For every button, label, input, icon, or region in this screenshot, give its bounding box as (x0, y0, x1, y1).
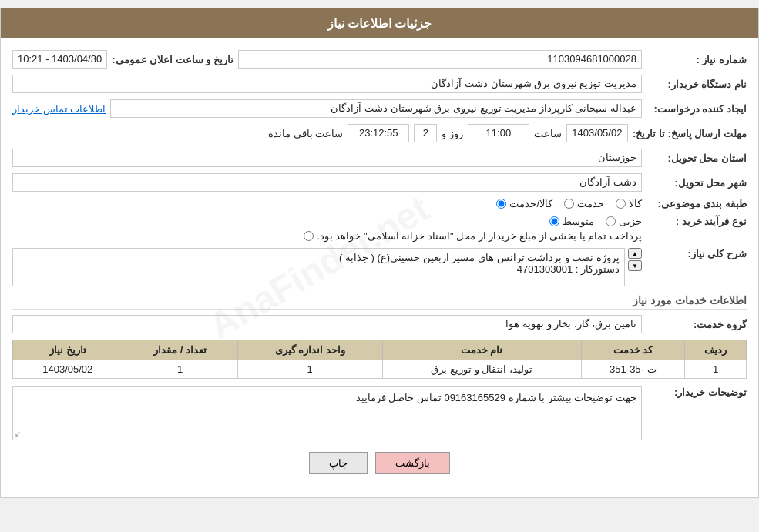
mohlat-roz-label: روز و (442, 128, 463, 139)
resize-handle[interactable]: ↙ (15, 430, 21, 438)
button-row: بازگشت چاپ (12, 452, 747, 486)
mohlat-saat-value: 11:00 (468, 124, 529, 142)
tarikh-elan-label: تاریخ و ساعت اعلان عمومی: (112, 54, 233, 65)
sharh-scroll-buttons[interactable]: ▲ ▼ (628, 248, 642, 286)
radio-kala-input[interactable] (616, 199, 626, 209)
tarikh-elan-value: 1403/04/30 - 10:21 (12, 50, 107, 69)
cell-kodKhedmat: ت -35-351 (581, 360, 685, 379)
tabaqehbandi-label: طبقه بندی موضوعی: (646, 198, 747, 209)
cell-tarikh: 1403/05/02 (13, 360, 123, 379)
mohlat-date: 1403/05/02 (566, 124, 628, 142)
eijad-konande-link[interactable]: اطلاعات تماس خریدار (12, 103, 106, 115)
shahr-label: شهر محل تحویل: (646, 177, 747, 189)
radio-kala-khedmat[interactable]: کالا/خدمت (496, 198, 552, 209)
col-tarikh: تاریخ نیاز (13, 340, 123, 360)
radio-parde-input[interactable] (304, 231, 314, 241)
ostan-value: خوزستان (12, 149, 642, 167)
shomare-niaz-value: 1103094681000028 (238, 50, 642, 69)
sharh-line1: پروژه نصب و برداشت ترانس های مسیر اربعین… (18, 252, 620, 263)
radio-khedmat-label: خدمت (577, 198, 604, 209)
cell-radif: 1 (685, 360, 747, 379)
farayand-radio-group: جزیی متوسط (304, 216, 642, 227)
khadamat-section-title: اطلاعات خدمات مورد نیاز (12, 294, 747, 310)
print-button[interactable]: چاپ (309, 452, 368, 474)
mohlat-roz-value: 2 (414, 124, 437, 142)
groupe-khedmat-label: گروه خدمت: (646, 319, 747, 330)
mohlat-baqi-value: 23:12:55 (348, 124, 409, 142)
radio-kala[interactable]: کالا (616, 198, 642, 209)
radio-jozi-input[interactable] (606, 216, 616, 226)
tabaqehbandi-radio-group: کالا خدمت کالا/خدمت (496, 198, 642, 209)
toseeh-value: جهت توضیحات بیشتر با شماره 09163165529 ت… (356, 392, 636, 403)
sharh-line2: دستورکار : 4701303001 (18, 263, 620, 275)
radio-jozi[interactable]: جزیی (606, 216, 642, 227)
ostan-label: استان محل تحویل: (646, 152, 747, 164)
mohlat-label: مهلت ارسال پاسخ: تا تاریخ: (633, 128, 747, 139)
cell-namKhedmat: تولید، انتقال و توزیع برق (382, 360, 581, 379)
radio-kala-khedmat-input[interactable] (496, 199, 506, 209)
shomare-niaz-label: شماره نیاز : (646, 54, 747, 65)
mohlat-baqi-label: ساعت باقی مانده (268, 128, 343, 139)
sharh-content: AnaFinder.net پروژه نصب و برداشت ترانس ه… (12, 248, 625, 286)
col-vahed: واحد اندازه گیری (237, 340, 382, 360)
groupe-khedmat-value: تامین برق، گاز، بخار و تهویه هوا (12, 315, 642, 333)
nam-dastgah-value: مدیریت توزیع نیروی برق شهرستان دشت آزادگ… (12, 75, 642, 93)
toseeh-content: جهت توضیحات بیشتر با شماره 09163165529 ت… (12, 386, 642, 440)
radio-parde-label: پرداخت تمام یا بخشی از مبلغ خریدار از مح… (317, 230, 642, 242)
radio-motavaset-label: متوسط (563, 216, 594, 227)
radio-motavaset[interactable]: متوسط (549, 216, 594, 227)
mohlat-saat-label: ساعت (534, 128, 562, 139)
cell-vahed: 1 (237, 360, 382, 379)
radio-khedmat[interactable]: خدمت (564, 198, 604, 209)
nam-dastgah-label: نام دستگاه خریدار: (646, 79, 747, 90)
col-radif: ردیف (685, 340, 747, 360)
scroll-up-btn[interactable]: ▲ (628, 248, 642, 259)
page-title: جزئیات اطلاعات نیاز (1, 8, 758, 38)
radio-kala-khedmat-label: کالا/خدمت (509, 198, 552, 209)
radio-khedmat-input[interactable] (564, 199, 574, 209)
khedamat-table: ردیف کد خدمت نام خدمت واحد اندازه گیری ت… (12, 340, 747, 379)
radio-jozi-label: جزیی (619, 216, 642, 227)
col-nam: نام خدمت (382, 340, 581, 360)
eijad-konande-value: عبداله سبحانی کارپرداز مدیریت توزیع نیرو… (110, 99, 642, 118)
noe-farayand-label: نوع فرآیند خرید : (646, 216, 747, 227)
radio-kala-label: کالا (629, 198, 642, 209)
col-kod: کد خدمت (581, 340, 685, 360)
col-tedad: تعداد / مقدار (123, 340, 237, 360)
toseeh-label: توضیحات خریدار: (646, 386, 747, 398)
eijad-konande-label: ایجاد کننده درخواست: (646, 103, 747, 115)
shahr-value: دشت آزادگان (12, 173, 642, 192)
radio-parde[interactable]: پرداخت تمام یا بخشی از مبلغ خریدار از مح… (304, 230, 642, 242)
scroll-down-btn[interactable]: ▼ (628, 260, 642, 271)
sharh-label: شرح کلی نیاز: (646, 248, 747, 259)
table-row: 1ت -35-351تولید، انتقال و توزیع برق11140… (13, 360, 747, 379)
cell-tedad: 1 (123, 360, 237, 379)
back-button[interactable]: بازگشت (375, 452, 450, 474)
radio-motavaset-input[interactable] (549, 216, 559, 226)
